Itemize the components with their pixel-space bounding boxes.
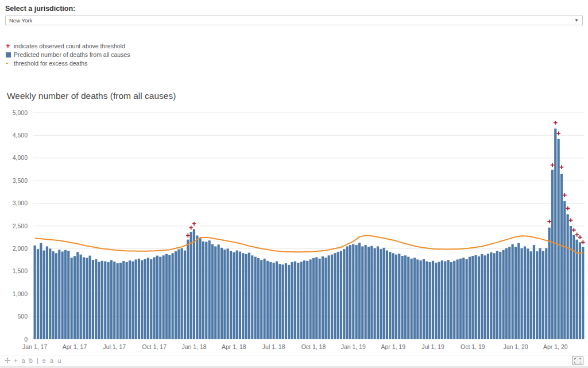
excess-plus-marker[interactable] [189,226,193,230]
deaths-bar[interactable] [223,250,226,339]
deaths-bar[interactable] [227,248,229,339]
deaths-bar[interactable] [205,242,207,339]
deaths-bar[interactable] [141,260,143,339]
deaths-bar[interactable] [404,255,407,339]
deaths-bar[interactable] [469,257,471,339]
deaths-bar[interactable] [80,255,82,339]
deaths-bar[interactable] [303,260,305,339]
tableau-logo[interactable]: ✢ + a b | e a u [5,356,62,365]
deaths-bar[interactable] [67,251,69,339]
deaths-bar[interactable] [119,263,122,339]
deaths-bar[interactable] [554,129,556,339]
excess-plus-marker[interactable] [556,132,560,136]
deaths-bar[interactable] [521,248,523,339]
deaths-bar[interactable] [413,258,416,339]
deaths-bar[interactable] [334,253,336,339]
deaths-bar[interactable] [300,262,303,339]
deaths-bar[interactable] [490,252,492,339]
deaths-bar[interactable] [101,261,103,339]
deaths-bar[interactable] [297,263,299,339]
deaths-bar[interactable] [438,262,440,339]
deaths-bar[interactable] [156,256,158,339]
deaths-bar[interactable] [64,250,67,339]
deaths-bar[interactable] [172,253,174,339]
deaths-bar[interactable] [401,256,404,339]
deaths-bar[interactable] [475,255,477,339]
deaths-bar[interactable] [481,254,483,339]
deaths-bar[interactable] [257,258,260,339]
deaths-bar[interactable] [576,240,578,339]
deaths-bar[interactable] [208,240,211,339]
deaths-bar[interactable] [551,170,554,339]
deaths-bar[interactable] [478,256,480,339]
deaths-bar[interactable] [365,245,367,339]
deaths-bar[interactable] [563,201,566,339]
deaths-bar[interactable] [58,250,60,339]
deaths-bar[interactable] [407,257,409,339]
deaths-bar[interactable] [220,248,223,339]
excess-plus-marker[interactable] [547,220,551,224]
deaths-bar[interactable] [230,251,232,339]
excess-plus-marker[interactable] [572,228,576,232]
deaths-bar[interactable] [153,257,156,339]
deaths-bar[interactable] [312,258,315,339]
deaths-bar[interactable] [346,246,349,339]
deaths-bar[interactable] [395,255,397,339]
deaths-bar[interactable] [190,232,192,339]
deaths-bar[interactable] [374,248,376,339]
deaths-bar[interactable] [450,262,452,339]
deaths-bar[interactable] [196,236,198,339]
deaths-bar[interactable] [98,262,100,339]
deaths-bar[interactable] [545,248,547,339]
deaths-bar[interactable] [266,261,269,339]
deaths-bar[interactable] [466,259,468,339]
deaths-bar[interactable] [138,259,140,339]
deaths-bar[interactable] [398,254,400,339]
deaths-bar[interactable] [202,241,204,339]
deaths-bar[interactable] [276,261,278,339]
deaths-bar[interactable] [539,248,541,339]
deaths-bar[interactable] [175,251,177,339]
excess-plus-marker[interactable] [563,193,567,197]
deaths-bar[interactable] [260,260,262,339]
deaths-bar[interactable] [542,251,544,339]
deaths-bar[interactable] [377,246,379,339]
deaths-bar[interactable] [95,259,97,339]
deaths-bar[interactable] [349,245,351,339]
deaths-bar[interactable] [52,251,55,339]
deaths-bar[interactable] [315,257,318,339]
deaths-bar[interactable] [368,247,370,339]
excess-plus-marker[interactable] [186,233,190,237]
deaths-bar[interactable] [512,244,514,339]
deaths-bar[interactable] [453,261,455,339]
excess-plus-marker[interactable] [581,240,585,244]
deaths-bar[interactable] [294,261,296,339]
deaths-bar[interactable] [517,243,520,339]
deaths-bar[interactable] [214,246,216,339]
deaths-bar[interactable] [163,255,165,339]
deaths-bar[interactable] [74,256,76,339]
deaths-bar[interactable] [560,174,563,339]
deaths-bar[interactable] [389,252,391,339]
deaths-bar[interactable] [129,260,131,339]
deaths-bar[interactable] [487,254,489,339]
deaths-bar[interactable] [579,242,581,339]
deaths-bar[interactable] [558,139,560,339]
deaths-bar[interactable] [165,254,168,339]
deaths-bar[interactable] [126,262,128,339]
deaths-bar[interactable] [328,255,330,339]
deaths-bar[interactable] [264,259,266,339]
deaths-bar[interactable] [527,248,529,339]
deaths-bar[interactable] [306,261,308,339]
deaths-bar[interactable] [340,251,342,339]
deaths-bar[interactable] [508,247,510,339]
deaths-bar[interactable] [104,261,106,339]
excess-plus-marker[interactable] [578,235,582,239]
deaths-bar[interactable] [239,252,241,339]
deaths-bar[interactable] [245,254,247,339]
deaths-bar[interactable] [324,258,327,339]
deaths-bar[interactable] [46,246,48,339]
jurisdiction-select[interactable]: New York ▼ [5,16,583,25]
deaths-bar[interactable] [251,255,253,339]
deaths-bar[interactable] [380,249,382,339]
